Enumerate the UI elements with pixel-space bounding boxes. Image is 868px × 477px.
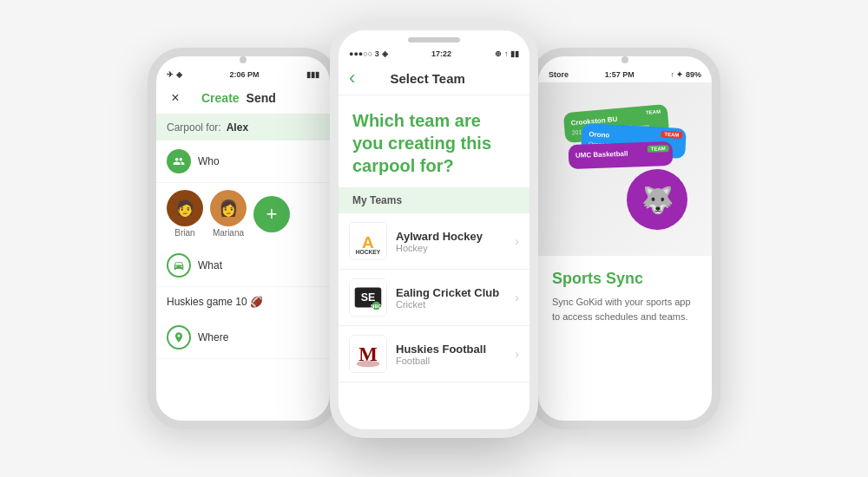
avatar-brian: 🧑 [167, 190, 203, 226]
avatar-col-add[interactable]: + [253, 196, 290, 232]
card-badge-2: TEAM [661, 131, 682, 139]
right-status-time: 1:57 PM [605, 70, 635, 79]
signal-dots: ●●●○○ 3 [349, 49, 379, 58]
ealing-logo: SE NBC [349, 278, 387, 317]
sports-sync-desc: Sync GoKid with your sports app to acces… [552, 295, 698, 323]
where-section: Where [156, 317, 330, 359]
right-status-right: ↑ ✦ 89% [670, 70, 701, 79]
right-status-bar: Store 1:57 PM ↑ ✦ 89% [538, 67, 712, 82]
mascot-icon: 🐺 [627, 169, 687, 230]
phones-container: ✈ ◈ 2:06 PM ▮▮▮ × Create Send Carpool fo… [130, 13, 738, 464]
mariana-label: Mariana [213, 228, 244, 238]
phone-center: ●●●○○ 3 ◈ 17:22 ⊕ ↑ ▮▮ ‹ Select Team Whi… [330, 22, 538, 438]
huskies-name: Huskies Football [396, 343, 506, 356]
who-label: Who [198, 155, 220, 167]
phone-left-status-bar: ✈ ◈ 2:06 PM ▮▮▮ [156, 67, 330, 82]
mariana-avatar-img: 👩 [210, 190, 247, 226]
add-person-button[interactable]: + [253, 196, 290, 232]
aylward-logo: A HOCKEY [349, 222, 387, 260]
center-wifi-icon: ◈ [382, 49, 388, 58]
carpool-for-label: Carpool for: [167, 121, 221, 134]
what-label: What [198, 259, 222, 271]
center-status-bar: ●●●○○ 3 ◈ 17:22 ⊕ ↑ ▮▮ [339, 46, 529, 62]
where-icon [167, 325, 191, 350]
svg-text:SE: SE [361, 291, 376, 304]
game-item: Huskies game 10 🏈 [156, 287, 330, 317]
team-item-huskies[interactable]: M Huskies Football Football › [339, 326, 529, 382]
team-item-ealing[interactable]: SE NBC Ealing Cricket Club Cricket › [339, 270, 529, 326]
wifi-icon: ◈ [176, 70, 182, 79]
preview-card-3: TEAM UMC Basketball [569, 141, 674, 169]
status-right: ▮▮▮ [306, 70, 319, 79]
svg-text:HOCKEY: HOCKEY [356, 249, 381, 255]
nav-title: Select Team [362, 71, 493, 86]
status-time: 2:06 PM [229, 70, 259, 79]
phone-right-camera [621, 56, 628, 63]
card-badge-1: TEAM [642, 108, 665, 116]
center-status-time: 17:22 [431, 49, 451, 58]
brian-avatar-img: 🧑 [167, 190, 203, 226]
send-label: Send [247, 91, 276, 105]
back-button[interactable]: ‹ [349, 67, 355, 89]
airplane-icon: ✈ [167, 70, 174, 79]
what-icon [167, 253, 191, 278]
svg-text:NBC: NBC [371, 304, 381, 309]
status-left: ✈ ◈ [167, 70, 182, 79]
right-status-left: Store [549, 70, 569, 79]
center-nav-bar: ‹ Select Team [339, 62, 529, 95]
avatar-col-brian: 🧑 Brian [167, 190, 203, 238]
where-label: Where [198, 331, 228, 343]
huskies-chevron: › [515, 347, 519, 361]
huskies-info: Huskies Football Football [396, 343, 506, 366]
app-header: × Create Send [156, 82, 330, 114]
phone-center-speaker [408, 37, 460, 42]
sports-sync-title: Sports Sync [552, 270, 698, 288]
what-section: What [156, 245, 330, 287]
sports-preview-area: TEAM Crookston BU 2017-2018 · Regular Se… [538, 82, 712, 256]
who-section: Who [156, 140, 330, 183]
battery-icon: ▮▮▮ [306, 70, 319, 79]
card-badge-3: TEAM [648, 145, 669, 153]
brian-label: Brian [174, 228, 194, 238]
ealing-info: Ealing Cricket Club Cricket [396, 286, 506, 310]
avatars-row: 🧑 Brian 👩 Mariana + [156, 183, 330, 245]
my-teams-header: My Teams [339, 187, 529, 213]
game-text: Huskies game 10 🏈 [167, 296, 263, 308]
huskies-logo: M [349, 335, 387, 373]
carpool-for-bar: Carpool for: Alex [156, 114, 330, 140]
phone-right: Store 1:57 PM ↑ ✦ 89% TEAM Crookston BU … [529, 48, 720, 429]
aylward-info: Aylward Hockey Hockey [396, 230, 506, 253]
ealing-chevron: › [515, 291, 519, 304]
stacked-team-cards: TEAM Crookston BU 2017-2018 · Regular Se… [556, 100, 694, 238]
phone-left: ✈ ◈ 2:06 PM ▮▮▮ × Create Send Carpool fo… [148, 48, 339, 429]
aylward-name: Aylward Hockey [396, 230, 506, 243]
close-button[interactable]: × [167, 89, 184, 107]
center-status-right: ⊕ ↑ ▮▮ [495, 49, 519, 58]
ealing-name: Ealing Cricket Club [396, 286, 506, 299]
center-status-left: ●●●○○ 3 ◈ [349, 49, 388, 58]
create-label: Create [201, 91, 240, 105]
aylward-chevron: › [515, 234, 519, 248]
huskies-sport: Football [396, 356, 506, 366]
aylward-sport: Hockey [396, 243, 506, 253]
team-item-aylward[interactable]: A HOCKEY Aylward Hockey Hockey › [339, 213, 529, 270]
svg-point-10 [357, 361, 380, 368]
avatar-mariana: 👩 [210, 190, 247, 226]
phone-left-camera [240, 56, 247, 63]
carpool-for-name: Alex [227, 121, 248, 134]
who-icon [167, 149, 191, 173]
avatar-col-mariana: 👩 Mariana [210, 190, 247, 238]
sports-sync-section: Sports Sync Sync GoKid with your sports … [538, 256, 712, 337]
ealing-sport: Cricket [396, 299, 506, 310]
team-question: Which team are you creating this carpool… [339, 95, 529, 187]
